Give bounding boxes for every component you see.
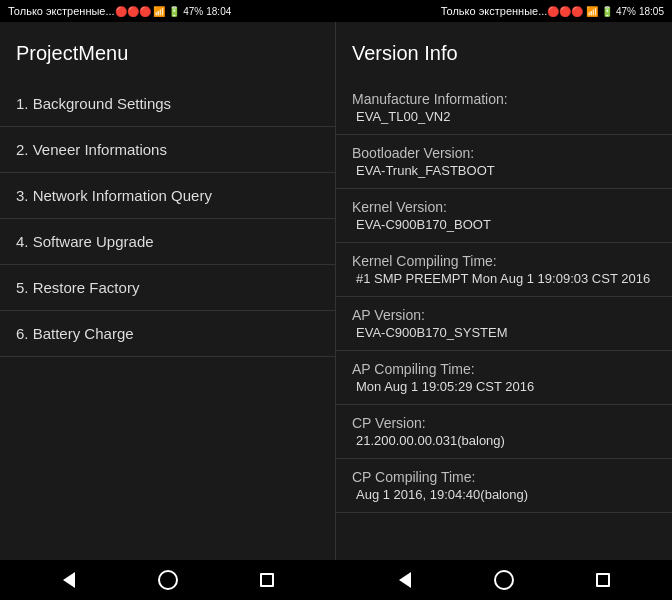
version-label-bootloader: Bootloader Version: bbox=[352, 145, 656, 161]
left-recents-button[interactable] bbox=[255, 568, 279, 592]
version-value-manufacture: EVA_TL00_VN2 bbox=[352, 109, 656, 124]
version-label-cp-compile: CP Compiling Time: bbox=[352, 469, 656, 485]
version-item-cp-compile: CP Compiling Time: Aug 1 2016, 19:04:40(… bbox=[336, 459, 672, 513]
right-back-button[interactable] bbox=[393, 568, 417, 592]
version-value-ap-compile: Mon Aug 1 19:05:29 CST 2016 bbox=[352, 379, 656, 394]
version-value-cp-compile: Aug 1 2016, 19:04:40(balong) bbox=[352, 487, 656, 502]
left-nav bbox=[0, 560, 336, 600]
nav-bar bbox=[0, 560, 672, 600]
version-label-manufacture: Manufacture Information: bbox=[352, 91, 656, 107]
version-item-bootloader: Bootloader Version: EVA-Trunk_FASTBOOT bbox=[336, 135, 672, 189]
version-item-cp: CP Version: 21.200.00.00.031(balong) bbox=[336, 405, 672, 459]
left-home-button[interactable] bbox=[156, 568, 180, 592]
left-home-icon bbox=[158, 570, 178, 590]
version-value-cp: 21.200.00.00.031(balong) bbox=[352, 433, 656, 448]
version-item-kernel: Kernel Version: EVA-C900B170_BOOT bbox=[336, 189, 672, 243]
version-info-title: Version Info bbox=[336, 32, 672, 81]
right-back-icon bbox=[399, 572, 411, 588]
left-panel: ProjectMenu 1. Background Settings 2. Ve… bbox=[0, 22, 336, 560]
left-back-icon bbox=[63, 572, 75, 588]
version-item-ap: AP Version: EVA-C900B170_SYSTEM bbox=[336, 297, 672, 351]
right-recents-icon bbox=[596, 573, 610, 587]
right-status-bar: Только экстренные... 🔴🔴🔴 📶 🔋47% 18:05 bbox=[336, 5, 664, 17]
version-item-ap-compile: AP Compiling Time: Mon Aug 1 19:05:29 CS… bbox=[336, 351, 672, 405]
right-home-button[interactable] bbox=[492, 568, 516, 592]
version-item-manufacture: Manufacture Information: EVA_TL00_VN2 bbox=[336, 81, 672, 135]
left-status-icons: 🔴🔴🔴 📶 🔋47% 18:04 bbox=[115, 6, 232, 17]
project-menu-title: ProjectMenu bbox=[0, 32, 335, 81]
version-value-ap: EVA-C900B170_SYSTEM bbox=[352, 325, 656, 340]
version-value-bootloader: EVA-Trunk_FASTBOOT bbox=[352, 163, 656, 178]
menu-item-background-settings[interactable]: 1. Background Settings bbox=[0, 81, 335, 127]
version-label-ap-compile: AP Compiling Time: bbox=[352, 361, 656, 377]
version-item-kernel-compile: Kernel Compiling Time: #1 SMP PREEMPT Mo… bbox=[336, 243, 672, 297]
version-label-kernel-compile: Kernel Compiling Time: bbox=[352, 253, 656, 269]
left-recents-icon bbox=[260, 573, 274, 587]
left-back-button[interactable] bbox=[57, 568, 81, 592]
version-label-kernel: Kernel Version: bbox=[352, 199, 656, 215]
version-label-ap: AP Version: bbox=[352, 307, 656, 323]
right-home-icon bbox=[494, 570, 514, 590]
left-status-text: Только экстренные... bbox=[8, 5, 115, 17]
right-panel: Version Info Manufacture Information: EV… bbox=[336, 22, 672, 560]
main-content: ProjectMenu 1. Background Settings 2. Ve… bbox=[0, 22, 672, 560]
menu-item-restore-factory[interactable]: 5. Restore Factory bbox=[0, 265, 335, 311]
right-status-icons: 🔴🔴🔴 📶 🔋47% 18:05 bbox=[547, 6, 664, 17]
menu-item-software-upgrade[interactable]: 4. Software Upgrade bbox=[0, 219, 335, 265]
menu-item-battery-charge[interactable]: 6. Battery Charge bbox=[0, 311, 335, 357]
menu-item-network-information-query[interactable]: 3. Network Information Query bbox=[0, 173, 335, 219]
version-label-cp: CP Version: bbox=[352, 415, 656, 431]
right-recents-button[interactable] bbox=[591, 568, 615, 592]
right-status-text: Только экстренные... bbox=[441, 5, 548, 17]
status-bar: Только экстренные... 🔴🔴🔴 📶 🔋47% 18:04 То… bbox=[0, 0, 672, 22]
menu-item-veneer-informations[interactable]: 2. Veneer Informations bbox=[0, 127, 335, 173]
left-status-bar: Только экстренные... 🔴🔴🔴 📶 🔋47% 18:04 bbox=[8, 5, 336, 17]
right-nav bbox=[336, 560, 672, 600]
version-value-kernel: EVA-C900B170_BOOT bbox=[352, 217, 656, 232]
version-value-kernel-compile: #1 SMP PREEMPT Mon Aug 1 19:09:03 CST 20… bbox=[352, 271, 656, 286]
